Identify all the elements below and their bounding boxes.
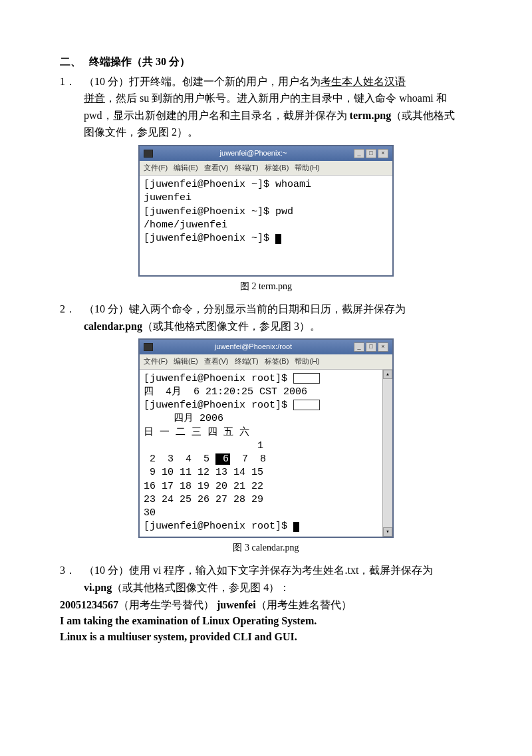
scroll-up-button[interactable]: ▴ — [383, 370, 392, 379]
q2-number: 2． — [60, 301, 84, 334]
student-id-note: （用考生学号替代） — [118, 599, 217, 610]
vi-line-2: I am taking the examination of Linux Ope… — [60, 613, 472, 629]
section-number: 二、 — [60, 56, 81, 67]
section-heading: 二、 终端操作（共 30 分） — [60, 53, 472, 70]
menu-edit[interactable]: 编辑(E) — [174, 164, 198, 172]
menu-file[interactable]: 文件(F) — [144, 164, 168, 172]
t2-date: 四 4月 6 21:20:25 CST 2006 — [144, 386, 307, 398]
menu-view[interactable]: 查看(V) — [204, 164, 229, 172]
cal-head: 日 一 二 三 四 五 六 — [144, 427, 249, 438]
terminal-body-2[interactable]: [juwenfei@Phoenix root]$ 四 4月 6 21:20:25… — [140, 370, 392, 537]
cal-title: 四月 2006 — [144, 413, 223, 424]
cal-today: 6 — [215, 453, 230, 465]
minimize-button[interactable]: _ — [354, 342, 364, 352]
maximize-button[interactable]: □ — [366, 342, 376, 352]
terminal-2-figure: juwenfei@Phoenix:/root _ □ × 文件(F) 编辑(E)… — [60, 338, 472, 537]
t1-line-5: [juwenfei@Phoenix ~]$ — [144, 233, 275, 244]
q3-text-2: （或其他格式图像文件，参见图 4）： — [112, 582, 290, 593]
vi-content: 20051234567（用考生学号替代） juwenfei（用考生姓名替代） I… — [60, 597, 472, 645]
menu-tabs[interactable]: 标签(B) — [265, 164, 289, 172]
cal-row-5: 23 24 25 26 27 28 29 — [144, 494, 263, 505]
q1-text-1: 打开终端。创建一个新的用户，用户名为 — [129, 76, 321, 87]
window-title-2: juwenfei@Phoenix:/root — [153, 341, 354, 353]
maximize-button[interactable]: □ — [366, 149, 376, 158]
caption-1: 图 2 term.png — [60, 279, 472, 294]
q3-body: （10 分）使用 vi 程序，输入如下文字并保存为考生姓名.txt，截屏并保存为… — [84, 562, 472, 596]
q1-number: 1． — [60, 73, 84, 141]
menubar-1: 文件(F) 编辑(E) 查看(V) 终端(T) 标签(B) 帮助(H) — [140, 161, 392, 176]
cal-row-1: 1 — [144, 440, 263, 451]
cal-row-6: 30 — [144, 507, 156, 519]
q1-points: （10 分） — [84, 76, 129, 87]
question-3: 3． （10 分）使用 vi 程序，输入如下文字并保存为考生姓名.txt，截屏并… — [60, 562, 472, 596]
cal-row-2b: 7 8 — [230, 453, 266, 465]
t2-prompt-2: [juwenfei@Phoenix root]$ — [144, 400, 293, 411]
q1-bold-1: term.png — [350, 110, 392, 121]
cursor-icon — [275, 234, 281, 244]
terminal-window-2: juwenfei@Phoenix:/root _ □ × 文件(F) 编辑(E)… — [138, 338, 394, 537]
t1-line-2: juwenfei — [144, 192, 192, 203]
terminal-window-1: juwenfei@Phoenix:~ _ □ × 文件(F) 编辑(E) 查看(… — [138, 145, 394, 277]
cursor-icon — [293, 522, 299, 532]
q2-bold-1: calendar.png — [84, 320, 142, 332]
redacted-command-2 — [293, 400, 320, 410]
terminal-1-figure: juwenfei@Phoenix:~ _ □ × 文件(F) 编辑(E) 查看(… — [60, 145, 472, 277]
titlebar-2: juwenfei@Phoenix:/root _ □ × — [140, 340, 392, 354]
q2-text-2: （或其他格式图像文件，参见图 3）。 — [142, 320, 321, 332]
student-name: juwenfei — [217, 599, 256, 610]
q1-underline-1: 考生本人姓名汉语 — [321, 76, 406, 87]
student-name-note: （用考生姓名替代） — [256, 599, 352, 610]
menubar-2: 文件(F) 编辑(E) 查看(V) 终端(T) 标签(B) 帮助(H) — [140, 354, 392, 370]
t2-prompt-1: [juwenfei@Phoenix root]$ — [144, 373, 293, 384]
q3-points: （10 分） — [84, 565, 129, 576]
menu-file[interactable]: 文件(F) — [144, 357, 168, 365]
menu-edit[interactable]: 编辑(E) — [174, 357, 198, 365]
menu-help[interactable]: 帮助(H) — [295, 164, 319, 172]
minimize-button[interactable]: _ — [354, 149, 364, 158]
t1-line-3: [juwenfei@Phoenix ~]$ pwd — [144, 206, 293, 217]
q2-body: （10 分）键入两个命令，分别显示当前的日期和日历，截屏并保存为 calenda… — [84, 301, 472, 334]
section-title-text: 终端操作（共 30 分） — [89, 56, 190, 67]
caption-2: 图 3 calendar.png — [60, 541, 472, 555]
cal-row-3: 9 10 11 12 13 14 15 — [144, 467, 263, 478]
menu-tabs[interactable]: 标签(B) — [265, 357, 289, 365]
t2-prompt-3: [juwenfei@Phoenix root]$ — [144, 521, 293, 532]
titlebar-1: juwenfei@Phoenix:~ _ □ × — [140, 146, 392, 161]
question-2: 2． （10 分）键入两个命令，分别显示当前的日期和日历，截屏并保存为 cale… — [60, 301, 472, 334]
close-button[interactable]: × — [378, 149, 388, 158]
question-1: 1． （10 分）打开终端。创建一个新的用户，用户名为考生本人姓名汉语 拼音，然… — [60, 73, 472, 141]
q1-body: （10 分）打开终端。创建一个新的用户，用户名为考生本人姓名汉语 拼音，然后 s… — [84, 73, 472, 141]
scrollbar[interactable]: ▴ ▾ — [382, 370, 392, 537]
terminal-icon — [144, 150, 153, 158]
q3-number: 3． — [60, 562, 84, 596]
q2-points: （10 分） — [84, 303, 129, 315]
cal-row-4: 16 17 18 19 20 21 22 — [144, 481, 263, 492]
close-button[interactable]: × — [378, 342, 388, 352]
student-id: 20051234567 — [60, 599, 118, 610]
terminal-icon — [144, 343, 153, 351]
terminal-body-1[interactable]: [juwenfei@Phoenix ~]$ whoami juwenfei [j… — [140, 176, 392, 275]
t1-line-1: [juwenfei@Phoenix ~]$ whoami — [144, 179, 311, 190]
vi-line-3: Linux is a multiuser system, provided CL… — [60, 629, 472, 645]
scroll-down-button[interactable]: ▾ — [383, 527, 392, 537]
q2-text-1: 键入两个命令，分别显示当前的日期和日历，截屏并保存为 — [129, 303, 406, 315]
t1-line-4: /home/juwenfei — [144, 219, 227, 231]
menu-view[interactable]: 查看(V) — [204, 357, 229, 365]
q3-text-1: 使用 vi 程序，输入如下文字并保存为考生姓名.txt，截屏并保存为 — [129, 565, 433, 576]
q3-bold-1: vi.png — [84, 582, 112, 593]
redacted-command-1 — [293, 373, 320, 384]
menu-terminal[interactable]: 终端(T) — [235, 164, 259, 172]
cal-row-2a: 2 3 4 5 — [144, 453, 215, 465]
q1-underline-2: 拼音 — [84, 92, 105, 104]
menu-help[interactable]: 帮助(H) — [295, 357, 319, 365]
window-title-1: juwenfei@Phoenix:~ — [153, 148, 354, 160]
menu-terminal[interactable]: 终端(T) — [235, 357, 259, 365]
